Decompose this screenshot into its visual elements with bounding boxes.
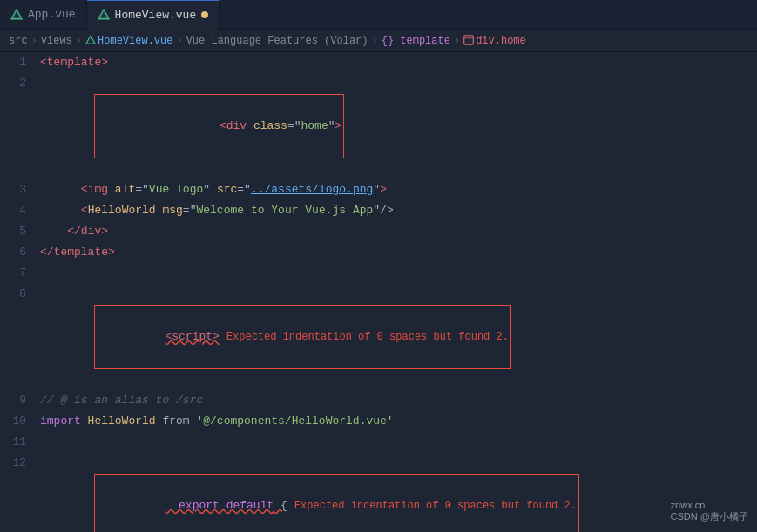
line-num-1: 1: [0, 52, 37, 73]
watermark-site: znwx.cn: [671, 500, 706, 510]
code-line-10: 10 import HelloWorld from '@/components/…: [0, 411, 757, 432]
line-num-8: 8: [0, 284, 37, 390]
line-content-2: <div class="home">: [37, 73, 757, 179]
code-line-1: 1 <template>: [0, 52, 757, 73]
code-line-11: 11: [0, 432, 757, 453]
line-content-4: <HelloWorld msg="Welcome to Your Vue.js …: [37, 200, 757, 221]
tab-app-vue-label: App.vue: [28, 8, 76, 21]
breadcrumb-src: src: [9, 35, 28, 47]
line-num-3: 3: [0, 179, 37, 200]
tab-bar: App.vue HomeView.vue: [0, 0, 757, 30]
line-content-5: </div>: [37, 221, 757, 242]
breadcrumb: src › views › HomeView.vue › Vue Languag…: [0, 30, 757, 52]
line-num-6: 6: [0, 242, 37, 263]
code-editor: 1 <template> 2 <div class="home"> 3 <img…: [0, 52, 757, 532]
breadcrumb-sep-5: ›: [454, 35, 460, 47]
modified-dot: [201, 11, 208, 18]
breadcrumb-homeview: HomeView.vue: [85, 35, 172, 47]
code-line-6: 6 </template>: [0, 242, 757, 263]
line-content-11: [37, 432, 757, 453]
breadcrumb-views: views: [41, 35, 72, 47]
breadcrumb-div-home: div.home: [463, 35, 526, 47]
line-content-3: <img alt="Vue logo" src="../assets/logo.…: [37, 179, 757, 200]
error-msg-script: Expected indentation of 0 spaces but fou…: [226, 331, 509, 343]
line-content-9: // @ is an alias to /src: [37, 390, 757, 411]
tab-homeview-vue-label: HomeView.vue: [115, 9, 197, 22]
code-line-3: 3 <img alt="Vue logo" src="../assets/log…: [0, 179, 757, 200]
line-num-4: 4: [0, 200, 37, 221]
breadcrumb-sep-3: ›: [176, 35, 182, 47]
breadcrumb-sep-4: ›: [372, 35, 378, 47]
watermark: znwx.cn CSDN @唐小橘子: [671, 500, 748, 523]
line-num-7: 7: [0, 263, 37, 284]
line-content-6: </template>: [37, 242, 757, 263]
line-num-2: 2: [0, 73, 37, 179]
breadcrumb-volar: Vue Language Features (Volar): [186, 35, 368, 47]
code-line-12: 12 export default {Expected indentation …: [0, 453, 757, 532]
code-line-2: 2 <div class="home">: [0, 73, 757, 179]
error-msg-export: Expected indentation of 0 spaces but fou…: [294, 500, 577, 512]
line-num-11: 11: [0, 432, 37, 453]
line-content-7: [37, 263, 757, 284]
code-lines: 1 <template> 2 <div class="home"> 3 <img…: [0, 52, 757, 532]
tab-homeview-vue[interactable]: HomeView.vue: [87, 0, 220, 30]
line-num-12: 12: [0, 453, 37, 532]
code-line-9: 9 // @ is an alias to /src: [0, 390, 757, 411]
watermark-author: CSDN @唐小橘子: [671, 511, 748, 522]
breadcrumb-sep-1: ›: [31, 35, 37, 47]
line-num-10: 10: [0, 411, 37, 432]
line-content-12: export default {Expected indentation of …: [37, 453, 757, 532]
tab-app-vue[interactable]: App.vue: [0, 0, 87, 30]
breadcrumb-sep-2: ›: [76, 35, 82, 47]
line-num-5: 5: [0, 221, 37, 242]
code-line-7: 7: [0, 263, 757, 284]
breadcrumb-template: {} template: [382, 35, 450, 47]
code-line-8: 8 <script>Expected indentation of 0 spac…: [0, 284, 757, 390]
svg-marker-4: [86, 36, 95, 44]
code-line-4: 4 <HelloWorld msg="Welcome to Your Vue.j…: [0, 200, 757, 221]
line-content-10: import HelloWorld from '@/components/Hel…: [37, 411, 757, 432]
line-content-8: <script>Expected indentation of 0 spaces…: [37, 284, 757, 390]
svg-rect-5: [464, 36, 474, 45]
code-line-5: 5 </div>: [0, 221, 757, 242]
line-num-9: 9: [0, 390, 37, 411]
line-content-1: <template>: [37, 52, 757, 73]
